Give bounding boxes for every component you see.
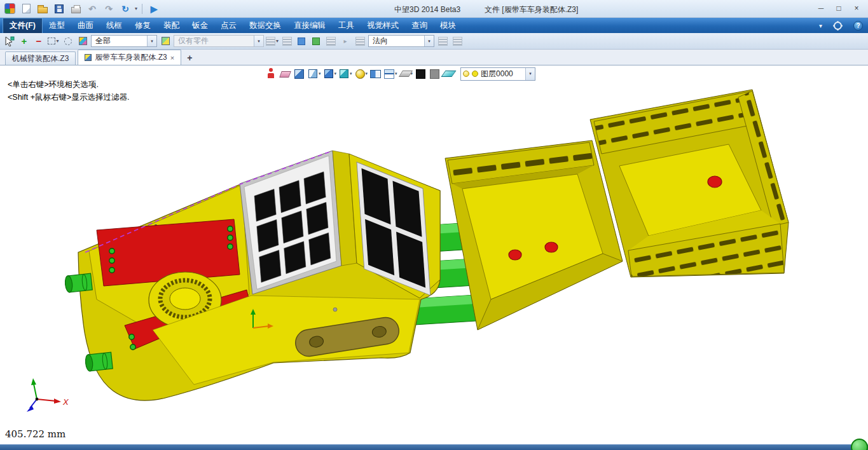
section-view-icon[interactable] <box>368 67 382 81</box>
layer-color-dot <box>472 71 478 77</box>
normal-direction-value: 法向 <box>373 36 388 46</box>
axle-cylinder-lower[interactable] <box>85 352 113 371</box>
ribbon-right-controls: ▾ ? <box>819 18 863 33</box>
layer-name: 图层0000 <box>481 69 513 79</box>
tab-file[interactable]: 文件(F) <box>3 18 43 33</box>
color-swatch-gray[interactable] <box>427 67 441 81</box>
pick-filter-icon[interactable] <box>76 34 89 48</box>
solid-mode-icon[interactable] <box>322 67 336 81</box>
regen-button[interactable]: ↻ <box>118 2 132 16</box>
aux-tool1-icon[interactable] <box>436 34 449 48</box>
tab-visualstyle[interactable]: 视觉样式 <box>361 18 405 33</box>
document-tab-bar: 机械臂装配体.Z3 履带车车身装配体.Z3 × + <box>0 50 868 65</box>
magnet-snap-icon[interactable] <box>354 34 366 48</box>
list-filter-icon[interactable]: ▾ <box>266 34 279 48</box>
doc-tab-robot-arm[interactable]: 机械臂装配体.Z3 <box>5 51 76 65</box>
start-button[interactable]: ▶ <box>147 2 161 16</box>
tab-assembly[interactable]: 装配 <box>157 18 186 33</box>
cargo-box-right[interactable] <box>590 90 789 277</box>
red-cap-2[interactable] <box>545 242 558 252</box>
red-cap-1[interactable] <box>509 250 521 260</box>
remove-from-selection-button[interactable]: − <box>32 34 45 48</box>
pick-all-icon[interactable] <box>310 34 322 48</box>
tab-sheetmetal[interactable]: 钣金 <box>186 18 214 33</box>
minimize-button[interactable]: ─ <box>812 2 830 15</box>
filter-all-value: 全部 <box>95 36 111 46</box>
eraser-icon[interactable] <box>278 67 292 81</box>
lasso-select-button[interactable] <box>62 34 74 48</box>
regen-entity-icon[interactable] <box>264 67 278 81</box>
tab-directedit[interactable]: 直接编辑 <box>287 18 332 33</box>
half-section-icon[interactable] <box>382 67 396 81</box>
filter-all-dropdown[interactable]: 全部 ▾ <box>91 35 157 47</box>
app-title: 中望3D 2014 Beta3 <box>394 4 460 15</box>
gear-icon[interactable] <box>834 22 842 30</box>
doc-tab-label: 机械臂装配体.Z3 <box>12 53 69 64</box>
print-button[interactable] <box>69 2 83 16</box>
chevron-down-icon[interactable]: ▾ <box>424 36 434 46</box>
app-logo-icon <box>3 2 17 16</box>
list-filter2-icon[interactable] <box>280 34 293 48</box>
tab-wireframe[interactable]: 线框 <box>100 18 128 33</box>
model-canvas[interactable]: X ▾ ▾ ▾ ▾ ▾ ▾ 图层0000 ▾ <单击右键>环境相关选项. <Sh… <box>0 65 868 444</box>
red-cap-3[interactable] <box>708 176 722 188</box>
doc-tab-label: 履带车车身装配体.Z3 <box>95 52 167 63</box>
lightbulb-icon[interactable] <box>463 71 469 77</box>
axle-cylinder-upper[interactable] <box>64 273 92 292</box>
tab-pointcloud[interactable]: 点云 <box>214 18 243 33</box>
doc-tab-tracked-vehicle[interactable]: 履带车车身装配体.Z3 × <box>78 50 181 65</box>
add-to-selection-button[interactable]: + <box>18 34 31 48</box>
new-tab-button[interactable]: + <box>187 53 192 63</box>
tab-repair[interactable]: 修复 <box>128 18 157 33</box>
parts-only-dropdown[interactable]: 仅有零件 ▾ <box>174 35 264 47</box>
3d-model-viewport[interactable]: X <box>0 65 868 444</box>
box-select-button[interactable]: ▾ <box>47 34 60 48</box>
world-axis-triad: X <box>27 378 69 412</box>
parts-only-value: 仅有零件 <box>178 36 209 46</box>
undo-button[interactable]: ↶ <box>85 2 99 16</box>
plate-display-icon[interactable] <box>441 67 455 81</box>
document-title: 文件 [履带车车身装配体.Z3] <box>485 4 578 15</box>
pick-last-icon[interactable] <box>295 34 308 48</box>
chevron-down-icon[interactable]: ▾ <box>254 36 263 46</box>
assembly-file-icon <box>85 54 92 61</box>
face-display-icon[interactable] <box>292 67 306 81</box>
pick-list-icon[interactable] <box>324 34 337 48</box>
save-button[interactable] <box>52 2 66 16</box>
quick-access-caret[interactable]: ▾ <box>135 6 137 11</box>
chevron-down-icon[interactable]: ▾ <box>525 68 535 80</box>
close-button[interactable]: × <box>848 2 865 15</box>
maximize-button[interactable]: □ <box>830 2 848 15</box>
normal-direction-dropdown[interactable]: 法向 ▾ <box>368 35 434 47</box>
chassis-assembly[interactable] <box>64 151 440 400</box>
ribbon-tab-bar: 文件(F) 造型 曲面 线框 修复 装配 钣金 点云 数据交换 直接编辑 工具 … <box>0 18 868 33</box>
color-swatch-black[interactable] <box>413 67 427 81</box>
wireframe-mode-icon[interactable] <box>337 67 351 81</box>
appearance-icon[interactable] <box>353 67 367 81</box>
tab-close-icon[interactable]: × <box>170 54 174 62</box>
select-arrow-icon[interactable] <box>3 34 16 48</box>
layer-dropdown[interactable]: 图层0000 ▾ <box>460 67 535 81</box>
tab-modules[interactable]: 模块 <box>434 18 462 33</box>
prev-pick-icon[interactable]: ▸ <box>339 34 352 48</box>
context-hint-2: <Shift +鼠标右键>显示选择过滤器. <box>8 92 129 103</box>
measurement-readout: 405.722 mm <box>5 428 65 440</box>
redo-button[interactable]: ↷ <box>102 2 116 16</box>
tab-shape[interactable]: 造型 <box>43 18 71 33</box>
ribbon-collapse-icon[interactable]: ▾ <box>819 22 822 29</box>
selection-toolbar: + − ▾ 全部 ▾ 仅有零件 ▾ ▾ ▸ 法向 ▾ <box>0 33 868 50</box>
aux-tool2-icon[interactable] <box>451 34 464 48</box>
quick-access-toolbar: ↶ ↷ ↻ ▾ ▶ <box>3 2 161 16</box>
tab-dataexchange[interactable]: 数据交换 <box>243 18 287 33</box>
tab-inquire[interactable]: 查询 <box>405 18 434 33</box>
part-filter-icon[interactable] <box>159 34 172 48</box>
help-icon[interactable]: ? <box>853 21 863 31</box>
shaded-mode-icon[interactable] <box>306 67 320 81</box>
context-hint-1: <单击右键>环境相关选项. <box>8 79 99 90</box>
datum-plane-icon[interactable] <box>398 67 412 81</box>
new-document-button[interactable] <box>19 2 33 16</box>
tab-surface[interactable]: 曲面 <box>71 18 100 33</box>
chevron-down-icon[interactable]: ▾ <box>147 36 156 46</box>
open-file-button[interactable] <box>36 2 50 16</box>
tab-tools[interactable]: 工具 <box>332 18 361 33</box>
